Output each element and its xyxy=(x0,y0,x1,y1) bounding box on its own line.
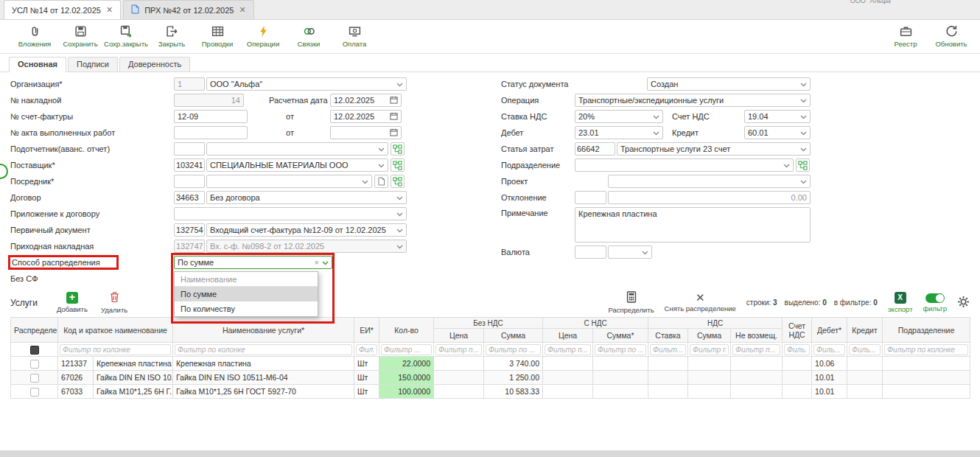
close-button[interactable]: Закрыть xyxy=(149,25,195,48)
table-row[interactable]: 67033 Гайка М10*1,25 6Н Г... Гайка М10*1… xyxy=(11,385,970,399)
vat-account-select[interactable]: 19.04 xyxy=(744,110,811,123)
accountable-select[interactable] xyxy=(206,142,388,156)
filter-qty-input[interactable] xyxy=(381,344,432,355)
col-credit[interactable]: Кредит xyxy=(847,318,883,343)
status-select[interactable]: Создан xyxy=(647,77,811,91)
receipt-code-field[interactable]: 132747 xyxy=(174,240,205,253)
col-sum-vat[interactable]: Сумма* xyxy=(593,329,648,343)
sf-no-field[interactable]: 12-09 xyxy=(174,110,248,123)
division-select[interactable] xyxy=(575,158,794,172)
primary-doc-code-field[interactable]: 132754 xyxy=(174,223,205,237)
col-unit[interactable]: ЕИ* xyxy=(354,318,379,343)
document-picker-button[interactable] xyxy=(374,175,388,188)
cost-item-select[interactable]: Транспортные услуги 23 счет xyxy=(617,142,811,156)
export-button[interactable]: X экспорт xyxy=(888,292,913,313)
tab-signatures[interactable]: Подписи xyxy=(68,57,118,71)
col-service-name[interactable]: Наименование услуги* xyxy=(173,318,354,343)
add-row-button[interactable]: + Добавить xyxy=(57,292,88,313)
hierarchy-picker-button[interactable] xyxy=(391,142,405,156)
vat-rate-select[interactable]: 20% xyxy=(575,110,663,123)
col-division[interactable]: Подразделение xyxy=(883,318,970,343)
credit-select[interactable]: 60.01 xyxy=(744,126,811,139)
act-no-field[interactable] xyxy=(174,126,248,139)
col-sum-no-vat[interactable]: Сумма xyxy=(484,329,543,343)
project-select[interactable] xyxy=(608,175,811,188)
registry-button[interactable]: Реестр xyxy=(883,25,928,48)
table-row[interactable]: 67026 Гайка DIN EN ISO 10... Гайка DIN E… xyxy=(11,371,970,385)
filter-code-name-input[interactable] xyxy=(60,344,171,355)
col-price-vat[interactable]: Цена xyxy=(543,329,593,343)
dropdown-option-by-qty[interactable]: По количеству xyxy=(175,301,318,316)
operations-button[interactable]: Операции xyxy=(240,25,286,48)
col-distributed[interactable]: Распределено xyxy=(11,318,58,343)
doc-tab-prh[interactable]: ПРХ №42 от 12.02.2025 ✕ xyxy=(123,0,253,19)
tab-main[interactable]: Основная xyxy=(9,57,66,72)
filter-vat-sum-input[interactable] xyxy=(690,344,729,355)
debit-select[interactable]: 23.01 xyxy=(575,126,663,139)
org-code-field[interactable]: 1 xyxy=(174,77,205,91)
operation-select[interactable]: Транспортные/экспедиционные услуги xyxy=(575,94,811,107)
act-date-field[interactable] xyxy=(330,126,402,139)
hierarchy-picker-button[interactable] xyxy=(796,158,810,172)
attachments-button[interactable]: Вложения xyxy=(12,25,57,48)
cost-item-code-field[interactable]: 66642 xyxy=(575,142,615,156)
filter-service-name-input[interactable] xyxy=(175,344,352,355)
clear-icon[interactable]: × xyxy=(315,258,319,267)
delete-row-button[interactable]: Удалить xyxy=(101,291,127,314)
filter-price-input[interactable] xyxy=(435,344,482,355)
filter-division-input[interactable] xyxy=(884,344,968,355)
select-all-checkbox[interactable] xyxy=(30,346,39,355)
col-vat-sum[interactable]: Сумма xyxy=(688,329,731,343)
deviation-value-field[interactable]: 0.00 xyxy=(608,191,811,204)
org-select[interactable]: ООО "Альфа" xyxy=(206,77,407,91)
filter-price2-input[interactable] xyxy=(545,344,591,355)
filter-sum-input[interactable] xyxy=(486,344,541,355)
invoice-no-field[interactable]: 14 xyxy=(174,94,244,107)
select-all-cell[interactable] xyxy=(11,343,58,357)
filter-credit-input[interactable] xyxy=(849,344,881,355)
payment-button[interactable]: Оплата xyxy=(332,25,377,48)
dropdown-option-by-sum[interactable]: По сумме xyxy=(175,287,318,301)
sf-date-field[interactable]: 12.02.2025 xyxy=(330,110,402,123)
save-close-button[interactable]: Сохр.закрыть xyxy=(103,25,149,48)
filter-toggle[interactable]: фильтр xyxy=(923,293,947,313)
hierarchy-picker-button[interactable] xyxy=(391,175,405,188)
postings-button[interactable]: Проводки xyxy=(195,25,240,48)
save-button[interactable]: Сохранить xyxy=(57,25,103,48)
col-code-name[interactable]: Код и краткое наименование xyxy=(58,318,173,343)
tab-poa[interactable]: Доверенность xyxy=(119,57,190,71)
col-price-no-vat[interactable]: Цена xyxy=(434,329,484,343)
filter-nonrefund-input[interactable] xyxy=(732,344,780,355)
mediator-code-field[interactable] xyxy=(174,175,205,188)
close-icon[interactable]: ✕ xyxy=(239,6,245,14)
currency-code-field[interactable] xyxy=(575,245,606,259)
distribution-select[interactable]: По сумме × xyxy=(174,256,332,269)
settings-button[interactable] xyxy=(957,296,970,310)
close-icon[interactable]: ✕ xyxy=(106,6,113,14)
col-qty[interactable]: Кол-во xyxy=(379,318,434,343)
filter-unit-input[interactable] xyxy=(356,344,377,355)
undistribute-button[interactable]: ✕ Снять распределение xyxy=(665,293,736,313)
filter-debit-input[interactable] xyxy=(813,344,845,355)
receipt-select[interactable]: Вх. с-ф. №098-2 от 12.02.2025 xyxy=(206,240,407,253)
filter-vat-account-input[interactable] xyxy=(784,344,810,355)
annex-select[interactable] xyxy=(174,207,407,220)
row-checkbox[interactable] xyxy=(30,388,39,397)
col-vat-nonrefund[interactable]: Не возмещ. xyxy=(731,329,783,343)
distribute-button[interactable]: Распределить xyxy=(608,291,654,314)
supplier-select[interactable]: СПЕЦИАЛЬНЫЕ МАТЕРИАЛЫ ООО xyxy=(206,158,388,172)
contract-select[interactable]: Без договора xyxy=(206,191,407,204)
filter-sum-star-input[interactable] xyxy=(595,344,646,355)
row-checkbox[interactable] xyxy=(30,374,39,383)
calc-date-field[interactable]: 12.02.2025 xyxy=(330,94,402,107)
mediator-select[interactable] xyxy=(206,175,372,188)
col-vat-account[interactable]: СчетНДС xyxy=(783,318,812,343)
filter-rate-input[interactable] xyxy=(650,344,686,355)
refresh-button[interactable]: Обновить xyxy=(928,25,974,48)
doc-tab-usl[interactable]: УСЛ №14 от 12.02.2025 ✕ xyxy=(4,0,121,19)
row-checkbox[interactable] xyxy=(30,360,39,369)
accountable-code-field[interactable] xyxy=(174,142,205,156)
table-row[interactable]: 121337 Крепежная пластина Крепежная плас… xyxy=(11,357,970,371)
deviation-code-field[interactable] xyxy=(575,191,606,204)
supplier-code-field[interactable]: 103241 xyxy=(174,158,205,172)
